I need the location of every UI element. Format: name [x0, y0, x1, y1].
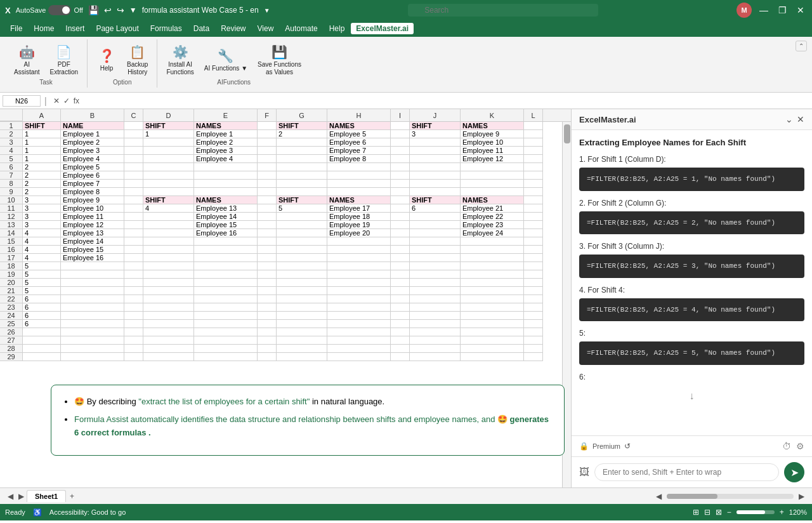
cell-f2[interactable]: [258, 130, 277, 138]
cell-e4[interactable]: Employee 3: [194, 147, 258, 155]
cell-a4[interactable]: 1: [23, 147, 61, 155]
col-header-a[interactable]: A: [23, 109, 61, 121]
cell-b1[interactable]: NAME: [61, 122, 124, 130]
close-button[interactable]: ✕: [794, 5, 807, 15]
menu-formulas[interactable]: Formulas: [145, 23, 187, 34]
cell-d2[interactable]: 1: [143, 130, 194, 138]
formula-input[interactable]: [84, 95, 809, 107]
col-header-b[interactable]: B: [61, 109, 124, 121]
menu-insert[interactable]: Insert: [60, 23, 89, 34]
cell-d4[interactable]: [143, 147, 194, 155]
cell-h5[interactable]: Employee 8: [327, 155, 391, 163]
menu-page-layout[interactable]: Page Layout: [91, 23, 143, 34]
page-break-view-button[interactable]: ⊠: [716, 508, 722, 517]
cell-k1[interactable]: NAMES: [461, 122, 524, 130]
cell-b5[interactable]: Employee 4: [61, 155, 124, 163]
menu-data[interactable]: Data: [188, 23, 214, 34]
cell-i2[interactable]: [391, 130, 410, 138]
cell-i5[interactable]: [391, 155, 410, 163]
cell-j3[interactable]: [410, 138, 461, 147]
ai-assistant-button[interactable]: 🤖 AIAssistant: [10, 42, 44, 79]
col-header-h[interactable]: H: [327, 109, 391, 121]
cell-j4[interactable]: [410, 147, 461, 155]
cell-d3[interactable]: [143, 138, 194, 147]
scrollbar-thumb[interactable]: [564, 124, 570, 143]
undo-icon[interactable]: ↩: [104, 5, 112, 15]
cell-h2[interactable]: Employee 5: [327, 130, 391, 138]
cell-g2[interactable]: 2: [277, 130, 327, 138]
menu-file[interactable]: File: [5, 23, 27, 34]
scroll-left-button[interactable]: ◀: [653, 491, 664, 502]
history-icon[interactable]: ⏱: [782, 441, 791, 451]
cell-l1[interactable]: [524, 122, 543, 130]
panel-close-button[interactable]: ✕: [797, 114, 804, 124]
ai-functions-button[interactable]: 🔧 AI Functions ▼: [200, 46, 251, 75]
cell-j1[interactable]: SHIFT: [410, 122, 461, 130]
cell-c5[interactable]: [124, 155, 143, 163]
add-sheet-button[interactable]: +: [67, 491, 77, 502]
cell-i3[interactable]: [391, 138, 410, 147]
cell-k4[interactable]: Employee 11: [461, 147, 524, 155]
install-ai-functions-button[interactable]: ⚙️ Install AIFunctions: [162, 42, 197, 79]
send-button[interactable]: ➤: [784, 462, 804, 482]
menu-automate[interactable]: Automate: [280, 23, 322, 34]
customize-icon[interactable]: ▼: [129, 6, 137, 15]
cell-b3[interactable]: Employee 2: [61, 138, 124, 147]
col-header-l[interactable]: L: [524, 109, 543, 121]
cell-f4[interactable]: [258, 147, 277, 155]
zoom-slider[interactable]: [737, 510, 775, 514]
col-header-d[interactable]: D: [143, 109, 194, 121]
cell-g5[interactable]: [277, 155, 327, 163]
col-header-j[interactable]: J: [410, 109, 461, 121]
minimize-button[interactable]: —: [757, 5, 771, 15]
h-scrollbar-thumb[interactable]: [667, 494, 717, 499]
col-header-k[interactable]: K: [461, 109, 524, 121]
save-icon[interactable]: 💾: [88, 5, 99, 15]
cell-g3[interactable]: [277, 138, 327, 147]
doc-title-arrow[interactable]: ▼: [264, 7, 270, 14]
cell-l5[interactable]: [524, 155, 543, 163]
cell-c2[interactable]: [124, 130, 143, 138]
cell-g1[interactable]: SHIFT: [277, 122, 327, 130]
cell-a5[interactable]: 1: [23, 155, 61, 163]
col-header-i[interactable]: I: [391, 109, 410, 121]
maximize-button[interactable]: ❐: [776, 5, 789, 15]
cell-d5[interactable]: [143, 155, 194, 163]
cell-i4[interactable]: [391, 147, 410, 155]
search-wrap[interactable]: 🔍: [408, 4, 598, 17]
tab-prev-button[interactable]: ◀: [5, 491, 16, 502]
page-layout-view-button[interactable]: ⊟: [704, 508, 710, 517]
cell-h3[interactable]: Employee 6: [327, 138, 391, 147]
pdf-extraction-button[interactable]: 📄 PDFExtraction: [46, 42, 82, 79]
cell-h4[interactable]: Employee 7: [327, 147, 391, 155]
save-functions-button[interactable]: 💾 Save Functionsas Values: [254, 42, 305, 79]
cell-e1[interactable]: NAMES: [194, 122, 258, 130]
cell-f5[interactable]: [258, 155, 277, 163]
panel-collapse-button[interactable]: ⌄: [785, 114, 793, 124]
zoom-out-button[interactable]: −: [727, 508, 731, 517]
insert-function-icon[interactable]: fx: [74, 96, 79, 105]
user-avatar[interactable]: M: [737, 3, 752, 18]
cell-c4[interactable]: [124, 147, 143, 155]
settings-icon[interactable]: ⚙: [796, 441, 804, 451]
cell-a1[interactable]: SHIFT: [23, 122, 61, 130]
cell-a2[interactable]: 1: [23, 130, 61, 138]
cell-f3[interactable]: [258, 138, 277, 147]
cell-c3[interactable]: [124, 138, 143, 147]
cell-h1[interactable]: NAMES: [327, 122, 391, 130]
cell-e5[interactable]: Employee 4: [194, 155, 258, 163]
cancel-formula-icon[interactable]: ✕: [53, 96, 60, 105]
cell-a3[interactable]: 1: [23, 138, 61, 147]
tab-next-button[interactable]: ▶: [16, 491, 27, 502]
redo-icon[interactable]: ↪: [117, 5, 124, 15]
panel-chat-input[interactable]: [594, 463, 779, 481]
premium-badge[interactable]: 🔒 Premium ↺: [579, 442, 631, 451]
cell-j2[interactable]: 3: [410, 130, 461, 138]
menu-review[interactable]: Review: [216, 23, 251, 34]
cell-k5[interactable]: Employee 12: [461, 155, 524, 163]
cell-l4[interactable]: [524, 147, 543, 155]
search-input[interactable]: [408, 4, 598, 17]
cell-l3[interactable]: [524, 138, 543, 147]
autosave-pill[interactable]: [48, 5, 71, 15]
menu-help[interactable]: Help: [324, 23, 350, 34]
